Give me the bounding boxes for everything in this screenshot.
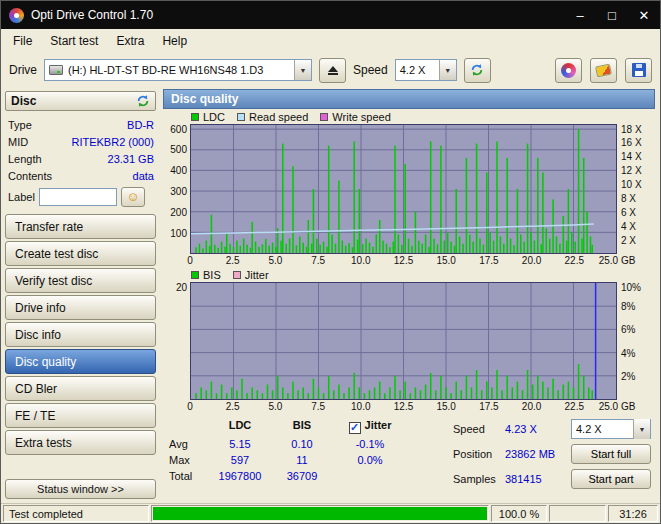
total-bis: 36709: [273, 470, 331, 482]
chevron-down-icon[interactable]: [294, 60, 311, 80]
disc-type-row: Type BD-R: [8, 116, 154, 133]
bis-plot: [190, 282, 617, 400]
disc-mid-row: MID RITEKBR2 (000): [8, 133, 154, 150]
sidebar-button-drive-info[interactable]: Drive info: [5, 295, 156, 320]
jitter-axis: 10%8%6%4%2%: [617, 282, 655, 400]
toolbar: Drive (H:) HL-DT-ST BD-RE WH16NS48 1.D3 …: [1, 53, 660, 87]
ldc-y-axis: 600500400300200100: [163, 124, 190, 254]
menu-start-test[interactable]: Start test: [41, 31, 107, 51]
status-window-button[interactable]: Status window >>: [5, 479, 156, 499]
jitter-legend-swatch: [233, 271, 241, 279]
disc-test-button[interactable]: [555, 58, 582, 83]
sidebar-button-extra-tests[interactable]: Extra tests: [5, 430, 156, 455]
disc-length-row: Length 23.31 GB: [8, 150, 154, 167]
elapsed-time: 31:26: [608, 505, 658, 522]
avg-jitter: -0.1%: [331, 438, 409, 450]
menu-extra[interactable]: Extra: [107, 31, 153, 51]
total-row-label: Total: [169, 470, 207, 482]
position-value: 23862 MB: [505, 448, 571, 460]
avg-row-label: Avg: [169, 438, 207, 450]
sidebar: Disc Type BD-R MID RITEKBR2 (000): [1, 87, 159, 503]
progress-fill: [153, 507, 487, 520]
save-icon: [632, 63, 646, 77]
avg-ldc: 5.15: [207, 438, 273, 450]
disc-mid-value: RITEKBR2 (000): [71, 136, 154, 148]
chevron-down-icon[interactable]: [439, 60, 456, 80]
disc-colors-icon: [561, 63, 576, 78]
legend-bottom: BIS Jitter: [163, 267, 655, 282]
maximize-button[interactable]: □: [596, 1, 628, 29]
progress-percent: 100.0 %: [491, 505, 547, 522]
sidebar-button-disc-quality[interactable]: Disc quality: [5, 349, 156, 374]
bis-y-axis: 20: [163, 282, 190, 400]
main-panel: Disc quality LDC Read speed Write speed …: [159, 87, 660, 503]
menu-file[interactable]: File: [4, 31, 41, 51]
jitter-checkbox[interactable]: [349, 422, 361, 434]
sidebar-button-create-test-disc[interactable]: Create test disc: [5, 241, 156, 266]
quality-speed-select[interactable]: 4.2 X: [571, 419, 651, 439]
titlebar: Opti Drive Control 1.70 – □ ✕: [1, 1, 660, 29]
speed-value: 4.2 X: [400, 64, 426, 76]
results-area: LDC BIS Jitter Avg 5.15 0.10 -0.1% Max 5…: [163, 413, 655, 503]
sidebar-button-fe-te[interactable]: FE / TE: [5, 403, 156, 428]
speed-select[interactable]: 4.2 X: [395, 59, 457, 81]
disc-length-value: 23.31 GB: [108, 153, 154, 165]
sidebar-button-verify-test-disc[interactable]: Verify test disc: [5, 268, 156, 293]
samples-label: Samples: [453, 473, 505, 485]
ldc-plot: [190, 124, 617, 254]
bis-x-axis: 02.55.07.510.012.515.017.520.022.525.0 G…: [190, 400, 617, 413]
run-info: Speed 4.23 X 4.2 X Position 23862 MB Sta…: [453, 419, 651, 503]
statusbar: Test completed 100.0 % 31:26: [1, 503, 660, 523]
ldc-speed-axis: 18 X16 X14 X12 X10 X8 X6 X4 X2 X: [617, 124, 655, 254]
app-icon: [9, 8, 24, 23]
disc-panel-header: Disc: [5, 91, 156, 111]
statusbar-spacer: [549, 505, 606, 522]
erase-icon: [595, 63, 612, 77]
label-smiley-button[interactable]: [121, 187, 145, 207]
max-ldc: 597: [207, 454, 273, 466]
status-text: Test completed: [3, 505, 149, 522]
erase-disc-button[interactable]: [590, 58, 617, 83]
ldc-legend-swatch: [191, 113, 199, 121]
minimize-button[interactable]: –: [564, 1, 596, 29]
total-jitter: [331, 470, 409, 482]
window-title: Opti Drive Control 1.70: [31, 8, 153, 22]
max-row-label: Max: [169, 454, 207, 466]
chevron-down-icon[interactable]: [633, 419, 650, 439]
sidebar-button-disc-info[interactable]: Disc info: [5, 322, 156, 347]
refresh-disc-icon[interactable]: [136, 94, 150, 108]
write-speed-legend-swatch: [320, 113, 328, 121]
refresh-button[interactable]: [464, 58, 491, 83]
eject-icon: [328, 66, 338, 72]
progress-bar: [151, 505, 489, 522]
eject-button[interactable]: [319, 58, 346, 83]
save-button[interactable]: [625, 58, 652, 83]
start-full-button[interactable]: Start full: [571, 444, 651, 464]
app-window: Opti Drive Control 1.70 – □ ✕ File Start…: [0, 0, 661, 524]
speed-info-value: 4.23 X: [505, 423, 571, 435]
label-input[interactable]: [39, 188, 117, 206]
bis-chart: 20 10%8%6%4%2% 02.55.07.510.012.515.017.…: [163, 282, 655, 413]
menu-help[interactable]: Help: [153, 31, 196, 51]
speed-info-label: Speed: [453, 423, 505, 435]
ldc-chart: 600500400300200100 18 X16 X14 X12 X10 X8…: [163, 124, 655, 267]
samples-value: 381415: [505, 473, 571, 485]
close-button[interactable]: ✕: [628, 1, 660, 29]
bis-legend-swatch: [191, 271, 199, 279]
drive-select[interactable]: (H:) HL-DT-ST BD-RE WH16NS48 1.D3: [44, 59, 312, 81]
speed-label: Speed: [353, 63, 388, 77]
sidebar-button-cd-bler[interactable]: CD Bler: [5, 376, 156, 401]
start-part-button[interactable]: Start part: [571, 469, 651, 489]
position-label: Position: [453, 448, 505, 460]
refresh-icon: [470, 63, 484, 77]
results-table: LDC BIS Jitter Avg 5.15 0.10 -0.1% Max 5…: [169, 419, 409, 503]
ldc-x-axis: 02.55.07.510.012.515.017.520.022.525.0 G…: [190, 254, 617, 267]
total-ldc: 1967800: [207, 470, 273, 482]
disc-info-panel: Type BD-R MID RITEKBR2 (000) Length 23.3…: [5, 113, 156, 212]
sidebar-button-transfer-rate[interactable]: Transfer rate: [5, 214, 156, 239]
drive-value: (H:) HL-DT-ST BD-RE WH16NS48 1.D3: [68, 64, 263, 76]
ldc-column-header: LDC: [207, 419, 273, 434]
menubar: File Start test Extra Help: [1, 29, 660, 53]
page-title: Disc quality: [163, 89, 655, 109]
disc-label-row: Label: [8, 186, 154, 207]
